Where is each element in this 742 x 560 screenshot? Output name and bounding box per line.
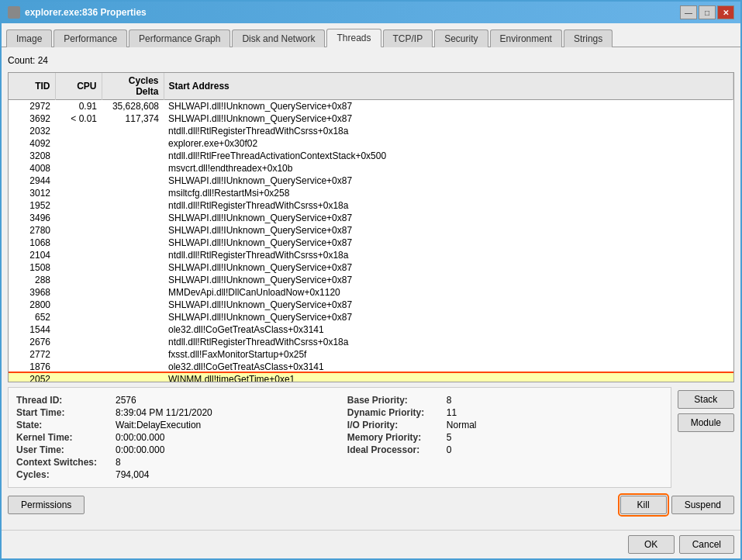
- main-window: explorer.exe:836 Properties — □ ✕ Image …: [0, 0, 742, 560]
- cell-cpu: [55, 311, 102, 323]
- cell-cpu: [55, 361, 102, 373]
- col-tid[interactable]: TID: [9, 73, 55, 100]
- cell-tid: 3496: [9, 212, 55, 224]
- start-time-label: Start Time:: [16, 407, 109, 418]
- cell-tid: 2972: [9, 100, 55, 113]
- cell-addr: ntdll.dll!RtlRegisterThreadWithCsrss+0x1…: [164, 249, 733, 261]
- cell-cycles: [102, 224, 164, 237]
- cell-addr: SHLWAPI.dll!IUnknown_QueryService+0x87: [164, 224, 733, 237]
- state-value: Wait:DelayExecution: [116, 420, 201, 430]
- cell-tid: 1508: [9, 261, 55, 274]
- table-row[interactable]: 3968MMDevApi.dll!DllCanUnloadNow+0x1120: [9, 286, 733, 299]
- minimize-button[interactable]: —: [680, 5, 697, 19]
- table-row[interactable]: 4008msvcrt.dll!endthreadex+0x10b: [9, 162, 733, 175]
- table-row[interactable]: 29720.9135,628,608SHLWAPI.dll!IUnknown_Q…: [9, 100, 733, 113]
- tab-performance[interactable]: Performance: [53, 29, 127, 47]
- table-row[interactable]: 2104ntdll.dll!RtlRegisterThreadWithCsrss…: [9, 249, 733, 261]
- table-row[interactable]: 1544ole32.dll!CoGetTreatAsClass+0x3141: [9, 323, 733, 336]
- cycles-label: Cycles:: [16, 469, 109, 480]
- table-row[interactable]: 2780SHLWAPI.dll!IUnknown_QueryService+0x…: [9, 224, 733, 237]
- kernel-time-row: Kernel Time: 0:00:00.000: [16, 431, 332, 444]
- cell-addr: msiltcfg.dll!RestartMsi+0x258: [164, 187, 733, 199]
- io-priority-value: Normal: [447, 420, 477, 430]
- table-row[interactable]: 1068SHLWAPI.dll!IUnknown_QueryService+0x…: [9, 237, 733, 249]
- cell-cycles: [102, 199, 164, 212]
- tab-threads[interactable]: Threads: [326, 29, 381, 47]
- module-button[interactable]: Module: [678, 413, 734, 432]
- cell-cycles: [102, 162, 164, 175]
- thread-table-container[interactable]: TID CPU Cycles Delta Start Address 29720…: [8, 72, 734, 382]
- table-row[interactable]: 2944SHLWAPI.dll!IUnknown_QueryService+0x…: [9, 175, 733, 187]
- tab-performance-graph[interactable]: Performance Graph: [129, 29, 230, 47]
- table-row[interactable]: 2772fxsst.dll!FaxMonitorStartup+0x25f: [9, 348, 733, 361]
- col-cpu[interactable]: CPU: [55, 73, 102, 100]
- memory-priority-row: Memory Priority: 5: [347, 431, 663, 444]
- cell-tid: 4008: [9, 162, 55, 175]
- table-row[interactable]: 3496SHLWAPI.dll!IUnknown_QueryService+0x…: [9, 212, 733, 224]
- cell-cycles: [102, 311, 164, 323]
- table-row[interactable]: 2052WINMM.dll!timeGetTime+0xe1: [9, 373, 733, 382]
- permissions-button[interactable]: Permissions: [8, 496, 85, 514]
- stack-button[interactable]: Stack: [678, 390, 734, 409]
- title-bar-buttons: — □ ✕: [680, 5, 734, 19]
- thread-count: Count: 24: [8, 54, 734, 67]
- cell-tid: 1952: [9, 199, 55, 212]
- col-start-address[interactable]: Start Address: [164, 73, 733, 100]
- tab-environment[interactable]: Environment: [490, 29, 562, 47]
- maximize-button[interactable]: □: [699, 5, 716, 19]
- table-row[interactable]: 652SHLWAPI.dll!IUnknown_QueryService+0x8…: [9, 311, 733, 323]
- cell-cpu: [55, 199, 102, 212]
- tab-disk-network[interactable]: Disk and Network: [232, 29, 325, 47]
- table-row[interactable]: 288SHLWAPI.dll!IUnknown_QueryService+0x8…: [9, 274, 733, 286]
- cell-tid: 2032: [9, 125, 55, 137]
- table-row[interactable]: 1876ole32.dll!CoGetTreatAsClass+0x3141: [9, 361, 733, 373]
- user-time-label: User Time:: [16, 444, 109, 455]
- table-row[interactable]: 1952ntdll.dll!RtlRegisterThreadWithCsrss…: [9, 199, 733, 212]
- thread-details: Thread ID: 2576 Start Time: 8:39:04 PM 1…: [8, 387, 671, 488]
- cycles-value: 794,004: [116, 469, 149, 480]
- cancel-button[interactable]: Cancel: [679, 535, 734, 554]
- details-row: Thread ID: 2576 Start Time: 8:39:04 PM 1…: [8, 387, 734, 488]
- thread-table: TID CPU Cycles Delta Start Address 29720…: [9, 73, 733, 382]
- ok-button[interactable]: OK: [628, 535, 675, 554]
- cell-cycles: [102, 150, 164, 162]
- window-title: explorer.exe:836 Properties: [25, 7, 147, 18]
- table-row[interactable]: 3012msiltcfg.dll!RestartMsi+0x258: [9, 187, 733, 199]
- col-cycles[interactable]: Cycles Delta: [102, 73, 164, 100]
- table-row[interactable]: 2032ntdll.dll!RtlRegisterThreadWithCsrss…: [9, 125, 733, 137]
- table-row[interactable]: 2676ntdll.dll!RtlRegisterThreadWithCsrss…: [9, 336, 733, 348]
- tab-image[interactable]: Image: [6, 29, 52, 47]
- cell-cycles: 117,374: [102, 112, 164, 125]
- io-priority-label: I/O Priority:: [347, 420, 440, 430]
- cell-addr: ntdll.dll!RtlRegisterThreadWithCsrss+0x1…: [164, 199, 733, 212]
- suspend-button[interactable]: Suspend: [671, 496, 734, 514]
- kernel-time-value: 0:00:00.000: [116, 432, 164, 443]
- cell-addr: SHLWAPI.dll!IUnknown_QueryService+0x87: [164, 112, 733, 125]
- tab-security[interactable]: Security: [434, 29, 488, 47]
- base-priority-label: Base Priority:: [347, 395, 440, 406]
- tab-tcpip[interactable]: TCP/IP: [383, 29, 433, 47]
- cell-cpu: [55, 224, 102, 237]
- table-row[interactable]: 3692< 0.01117,374SHLWAPI.dll!IUnknown_Qu…: [9, 112, 733, 125]
- memory-priority-label: Memory Priority:: [347, 432, 440, 443]
- table-row[interactable]: 1508SHLWAPI.dll!IUnknown_QueryService+0x…: [9, 261, 733, 274]
- table-row[interactable]: 3208ntdll.dll!RtlFreeThreadActivationCon…: [9, 150, 733, 162]
- thread-id-row: Thread ID: 2576: [16, 394, 332, 406]
- memory-priority-value: 5: [447, 432, 452, 443]
- table-row[interactable]: 4092explorer.exe+0x30f02: [9, 137, 733, 150]
- context-switches-row: Context Switches: 8: [16, 456, 332, 468]
- app-icon: [8, 6, 20, 19]
- context-switches-label: Context Switches:: [16, 457, 109, 468]
- cell-tid: 1544: [9, 323, 55, 336]
- close-button[interactable]: ✕: [717, 5, 734, 19]
- cell-addr: SHLWAPI.dll!IUnknown_QueryService+0x87: [164, 299, 733, 311]
- cell-cycles: [102, 361, 164, 373]
- cell-tid: 2780: [9, 224, 55, 237]
- tab-strings[interactable]: Strings: [564, 29, 613, 47]
- cell-addr: SHLWAPI.dll!IUnknown_QueryService+0x87: [164, 274, 733, 286]
- table-row[interactable]: 2800SHLWAPI.dll!IUnknown_QueryService+0x…: [9, 299, 733, 311]
- io-priority-row: I/O Priority: Normal: [347, 419, 663, 431]
- cell-addr: SHLWAPI.dll!IUnknown_QueryService+0x87: [164, 311, 733, 323]
- kill-button[interactable]: Kill: [620, 496, 667, 514]
- thread-id-label: Thread ID:: [16, 395, 109, 406]
